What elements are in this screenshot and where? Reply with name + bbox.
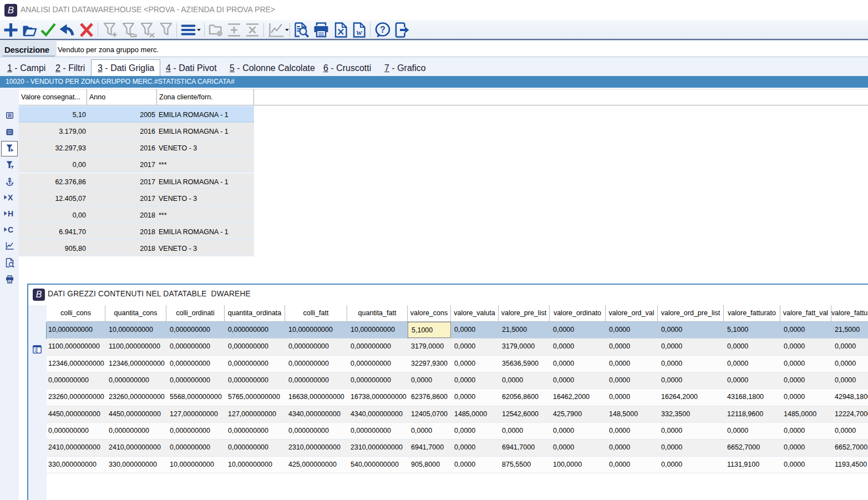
svg-text:?: ? [380,25,385,34]
svg-text:w: w [357,28,363,37]
